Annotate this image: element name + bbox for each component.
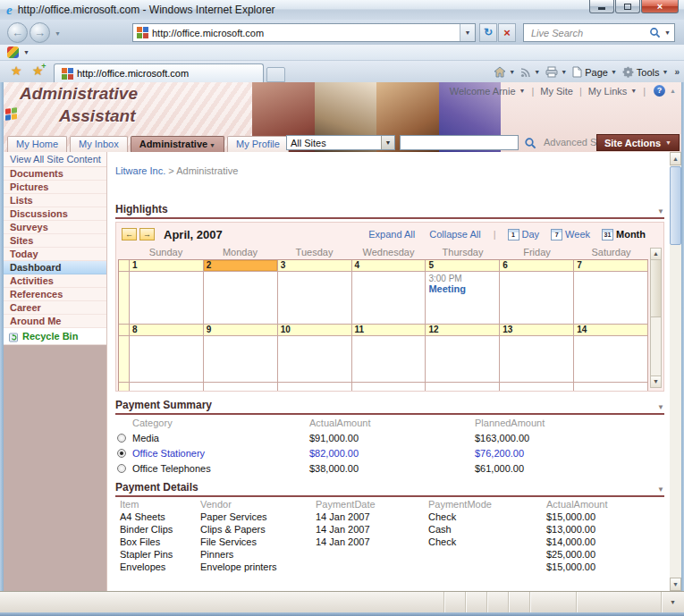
url-field[interactable]: http://office.microsoft.com ▼: [132, 23, 476, 42]
help-icon[interactable]: ?: [654, 85, 665, 97]
links-toolbar-dropdown[interactable]: ▼: [23, 49, 30, 55]
calendar-day-1[interactable]: 1: [130, 260, 204, 272]
my-site-link[interactable]: My Site: [540, 86, 573, 97]
recycle-bin-link[interactable]: Recycle Bin: [4, 328, 106, 345]
sidebar-item-pictures[interactable]: Pictures: [4, 181, 106, 194]
site-actions-button[interactable]: Site Actions ▼: [596, 134, 680, 151]
links-toolbar-icon[interactable]: [7, 46, 19, 58]
sidebar-item-dashboard[interactable]: Dashboard: [4, 261, 106, 274]
calendar-day-6[interactable]: 6: [500, 260, 574, 272]
radio-office-stationery[interactable]: [117, 449, 126, 458]
category-cell[interactable]: Media: [132, 433, 309, 443]
calendar-day-body-3[interactable]: [278, 272, 352, 325]
forward-button[interactable]: →: [30, 22, 50, 43]
sidebar-item-career[interactable]: Career: [4, 301, 106, 315]
maximize-button[interactable]: [615, 0, 640, 13]
view-day[interactable]: 1Day: [508, 229, 540, 240]
sidebar-item-activities[interactable]: Activities: [4, 274, 106, 288]
page-dropdown[interactable]: ▼: [611, 69, 617, 75]
calendar-day-3[interactable]: 3: [278, 260, 352, 272]
add-favorite-button[interactable]: ★+: [32, 63, 44, 78]
tab-my-home[interactable]: My Home: [7, 136, 67, 152]
site-search-box[interactable]: [400, 135, 519, 150]
favorites-center-button[interactable]: ★: [11, 63, 22, 78]
sidebar-item-around-me[interactable]: Around Me: [4, 315, 106, 328]
calendar-day-9[interactable]: 9: [204, 325, 278, 336]
view-month[interactable]: 31Month: [602, 229, 646, 240]
radio-office-telephones[interactable]: [117, 464, 126, 473]
live-search-input[interactable]: [529, 27, 649, 39]
calendar-day-8[interactable]: 8: [130, 325, 204, 336]
page-menu-button[interactable]: Page ▼: [570, 63, 620, 81]
new-tab-button[interactable]: [266, 67, 285, 82]
calendar-day-body-8[interactable]: [130, 336, 204, 383]
feeds-button[interactable]: ▼: [518, 63, 543, 81]
calendar-day-body-2[interactable]: [204, 272, 278, 325]
calendar-day-4[interactable]: 4: [352, 260, 426, 272]
calendar-day-2[interactable]: 2: [204, 260, 278, 272]
zoom-dropdown[interactable]: ▼: [661, 592, 684, 612]
close-button[interactable]: ×: [641, 0, 679, 13]
scroll-down-icon[interactable]: ▼: [651, 376, 661, 387]
site-search-input[interactable]: [401, 136, 518, 149]
view-all-site-content-link[interactable]: View All Site Content: [4, 152, 106, 167]
calendar-day-13[interactable]: 13: [500, 325, 574, 336]
sidebar-item-surveys[interactable]: Surveys: [4, 221, 106, 234]
sidebar-item-today[interactable]: Today: [4, 248, 106, 261]
tab-my-inbox[interactable]: My Inbox: [70, 136, 128, 152]
print-button[interactable]: ▼: [543, 63, 570, 81]
tools-dropdown[interactable]: ▼: [663, 69, 669, 75]
calendar-prev-button[interactable]: ←: [122, 228, 137, 240]
print-dropdown[interactable]: ▼: [561, 69, 567, 75]
search-options-dropdown[interactable]: ▼: [664, 30, 671, 36]
feeds-dropdown[interactable]: ▼: [534, 69, 540, 75]
scope-dropdown-button[interactable]: ▼: [381, 136, 394, 149]
home-button[interactable]: ▼: [491, 63, 518, 81]
stop-button[interactable]: ×: [498, 23, 516, 42]
page-scrollbar-thumb[interactable]: [670, 166, 681, 245]
calendar-day-14[interactable]: 14: [574, 325, 648, 336]
refresh-button[interactable]: ↻: [479, 23, 497, 42]
page-scrollbar[interactable]: ▲ ▼: [670, 152, 681, 591]
category-cell[interactable]: Office Stationery: [132, 448, 309, 459]
calendar-day-11[interactable]: 11: [352, 325, 426, 336]
calendar-next-button[interactable]: →: [139, 228, 155, 240]
back-button[interactable]: ←: [7, 22, 28, 43]
tab-my-profile[interactable]: My Profile: [227, 136, 289, 152]
search-icon[interactable]: [649, 27, 661, 38]
calendar-day-body-13[interactable]: [500, 336, 574, 383]
event-link[interactable]: Meeting: [426, 283, 499, 294]
search-scope-dropdown[interactable]: All Sites ▼: [286, 135, 395, 150]
minimize-button[interactable]: [589, 0, 614, 13]
my-links-menu[interactable]: My Links: [588, 86, 627, 97]
view-week[interactable]: 7Week: [551, 229, 590, 240]
category-cell[interactable]: Office Telephones: [132, 463, 309, 474]
webpart-menu-icon[interactable]: ▼: [657, 207, 664, 215]
calendar-day-12[interactable]: 12: [426, 325, 500, 336]
scroll-up-icon[interactable]: ▲: [670, 152, 681, 165]
calendar-day-10[interactable]: 10: [278, 325, 352, 336]
live-search-box[interactable]: ▼: [523, 23, 675, 42]
sidebar-item-lists[interactable]: Lists: [4, 194, 106, 207]
radio-media[interactable]: [117, 434, 126, 443]
scroll-up-icon[interactable]: ▲: [651, 249, 661, 260]
calendar-day-body-11[interactable]: [352, 336, 426, 383]
calendar-day-5[interactable]: 5: [426, 260, 500, 272]
calendar-day-7[interactable]: 7: [574, 260, 648, 272]
sidebar-item-discussions[interactable]: Discussions: [4, 207, 106, 221]
breadcrumb-root-link[interactable]: Litware Inc.: [115, 165, 165, 176]
calendar-day-body-9[interactable]: [204, 336, 278, 383]
calendar-day-body-7[interactable]: [574, 272, 648, 325]
expand-all-link[interactable]: Expand All: [368, 229, 415, 240]
calendar-day-body-5[interactable]: 3:00 PMMeeting: [426, 272, 500, 325]
site-search-go-button[interactable]: [521, 135, 538, 150]
calendar-day-body-6[interactable]: [500, 272, 574, 325]
tools-menu-button[interactable]: Tools ▼: [620, 63, 671, 81]
webpart-menu-icon[interactable]: ▼: [657, 403, 664, 411]
calendar-scrollbar[interactable]: ▲ ▼: [650, 248, 662, 388]
tab-administrative[interactable]: Administrative ▼: [131, 136, 224, 152]
collapse-all-link[interactable]: Collapse All: [429, 229, 480, 240]
sidebar-item-sites[interactable]: Sites: [4, 234, 106, 248]
calendar-day-body-1[interactable]: [130, 272, 204, 325]
sidebar-item-documents[interactable]: Documents: [4, 167, 106, 181]
